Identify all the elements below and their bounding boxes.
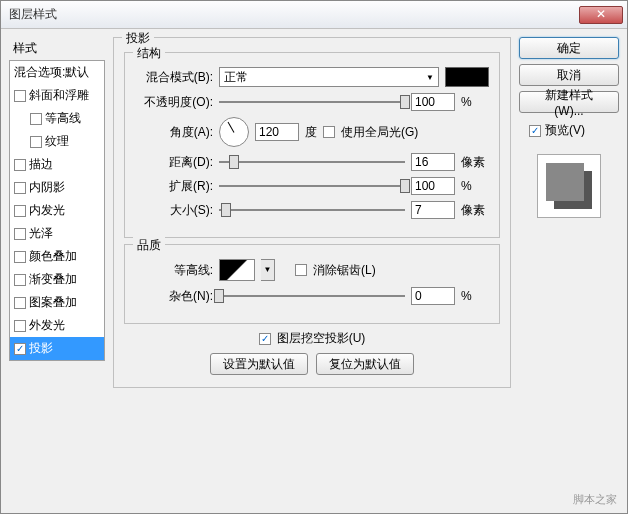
- angle-unit: 度: [305, 124, 317, 141]
- window-title: 图层样式: [9, 6, 579, 23]
- contour-dropdown-button[interactable]: ▼: [261, 259, 275, 281]
- settings-panel: 投影 结构 混合模式(B): 正常 ▼ 不透明度(O):: [113, 37, 511, 505]
- angle-input[interactable]: [255, 123, 299, 141]
- sidebar-item-label: 纹理: [45, 133, 69, 150]
- sidebar-item-label: 内发光: [29, 202, 65, 219]
- noise-unit: %: [461, 289, 489, 303]
- distance-row: 距离(D): 像素: [135, 153, 489, 171]
- sidebar-item-label: 渐变叠加: [29, 271, 77, 288]
- sidebar-item[interactable]: 投影: [10, 337, 104, 360]
- sidebar-item[interactable]: 纹理: [10, 130, 104, 153]
- sidebar-item-checkbox[interactable]: [14, 343, 26, 355]
- sidebar-item-label: 图案叠加: [29, 294, 77, 311]
- sidebar-item[interactable]: 外发光: [10, 314, 104, 337]
- sidebar-item-checkbox[interactable]: [14, 205, 26, 217]
- distance-input[interactable]: [411, 153, 455, 171]
- quality-group: 品质 等高线: ▼ 消除锯齿(L) 杂色(N): %: [124, 244, 500, 324]
- distance-slider[interactable]: [219, 154, 405, 170]
- sidebar-item[interactable]: 描边: [10, 153, 104, 176]
- reset-default-button[interactable]: 复位为默认值: [316, 353, 414, 375]
- preview-row: 预览(V): [519, 118, 619, 143]
- contour-picker[interactable]: [219, 259, 255, 281]
- size-label: 大小(S):: [135, 202, 213, 219]
- sidebar-item-checkbox[interactable]: [14, 228, 26, 240]
- sidebar-item-checkbox[interactable]: [14, 274, 26, 286]
- spread-input[interactable]: [411, 177, 455, 195]
- sidebar-item-checkbox[interactable]: [14, 251, 26, 263]
- sidebar-item[interactable]: 图案叠加: [10, 291, 104, 314]
- blend-mode-dropdown[interactable]: 正常 ▼: [219, 67, 439, 87]
- noise-slider[interactable]: [219, 288, 405, 304]
- preview-label: 预览(V): [545, 122, 585, 139]
- opacity-input[interactable]: [411, 93, 455, 111]
- preview-checkbox[interactable]: [529, 125, 541, 137]
- preview-thumbnail: [537, 154, 601, 218]
- ok-button[interactable]: 确定: [519, 37, 619, 59]
- projection-fieldset: 投影 结构 混合模式(B): 正常 ▼ 不透明度(O):: [113, 37, 511, 388]
- sidebar-item-label: 等高线: [45, 110, 81, 127]
- sidebar-header: 样式: [9, 37, 105, 60]
- sidebar-item[interactable]: 渐变叠加: [10, 268, 104, 291]
- right-column: 确定 取消 新建样式(W)... 预览(V): [519, 37, 619, 505]
- noise-input[interactable]: [411, 287, 455, 305]
- sidebar-item-checkbox[interactable]: [14, 182, 26, 194]
- sidebar-item-label: 描边: [29, 156, 53, 173]
- sidebar-blend-default[interactable]: 混合选项:默认: [10, 61, 104, 84]
- knockout-label: 图层挖空投影(U): [277, 330, 366, 347]
- sidebar-item-label: 颜色叠加: [29, 248, 77, 265]
- spread-row: 扩展(R): %: [135, 177, 489, 195]
- sidebar-item-checkbox[interactable]: [14, 297, 26, 309]
- global-light-checkbox[interactable]: [323, 126, 335, 138]
- layer-style-dialog: 图层样式 ✕ 样式 混合选项:默认 斜面和浮雕等高线纹理描边内阴影内发光光泽颜色…: [0, 0, 628, 514]
- global-light-label: 使用全局光(G): [341, 124, 418, 141]
- contour-label: 等高线:: [135, 262, 213, 279]
- size-input[interactable]: [411, 201, 455, 219]
- titlebar: 图层样式 ✕: [1, 1, 627, 29]
- knockout-checkbox[interactable]: [259, 333, 271, 345]
- distance-unit: 像素: [461, 154, 489, 171]
- spread-unit: %: [461, 179, 489, 193]
- close-button[interactable]: ✕: [579, 6, 623, 24]
- sidebar-item-checkbox[interactable]: [14, 320, 26, 332]
- sidebar-item-checkbox[interactable]: [14, 159, 26, 171]
- sidebar-item[interactable]: 斜面和浮雕: [10, 84, 104, 107]
- sidebar-item[interactable]: 内阴影: [10, 176, 104, 199]
- chevron-down-icon: ▼: [426, 73, 434, 82]
- sidebar-item[interactable]: 内发光: [10, 199, 104, 222]
- sidebar-item-label: 投影: [29, 340, 53, 357]
- angle-dial[interactable]: [219, 117, 249, 147]
- distance-label: 距离(D):: [135, 154, 213, 171]
- sidebar-item-checkbox[interactable]: [30, 113, 42, 125]
- shadow-color-swatch[interactable]: [445, 67, 489, 87]
- angle-label: 角度(A):: [135, 124, 213, 141]
- sidebar-list: 混合选项:默认 斜面和浮雕等高线纹理描边内阴影内发光光泽颜色叠加渐变叠加图案叠加…: [9, 60, 105, 361]
- spread-label: 扩展(R):: [135, 178, 213, 195]
- set-default-button[interactable]: 设置为默认值: [210, 353, 308, 375]
- sidebar-item-checkbox[interactable]: [14, 90, 26, 102]
- spread-slider[interactable]: [219, 178, 405, 194]
- opacity-slider[interactable]: [219, 94, 405, 110]
- structure-legend: 结构: [133, 45, 165, 62]
- sidebar-item-label: 外发光: [29, 317, 65, 334]
- cancel-button[interactable]: 取消: [519, 64, 619, 86]
- contour-row: 等高线: ▼ 消除锯齿(L): [135, 259, 489, 281]
- sidebar-item-label: 斜面和浮雕: [29, 87, 89, 104]
- sidebar-item[interactable]: 光泽: [10, 222, 104, 245]
- blend-mode-label: 混合模式(B):: [135, 69, 213, 86]
- angle-row: 角度(A): 度 使用全局光(G): [135, 117, 489, 147]
- new-style-button[interactable]: 新建样式(W)...: [519, 91, 619, 113]
- antialias-label: 消除锯齿(L): [313, 262, 376, 279]
- main-area: 投影 结构 混合模式(B): 正常 ▼ 不透明度(O):: [113, 37, 619, 505]
- antialias-checkbox[interactable]: [295, 264, 307, 276]
- noise-label: 杂色(N):: [135, 288, 213, 305]
- preview-layer-icon: [546, 163, 584, 201]
- sidebar-item[interactable]: 等高线: [10, 107, 104, 130]
- size-slider[interactable]: [219, 202, 405, 218]
- opacity-row: 不透明度(O): %: [135, 93, 489, 111]
- sidebar-item-checkbox[interactable]: [30, 136, 42, 148]
- sidebar-item[interactable]: 颜色叠加: [10, 245, 104, 268]
- styles-sidebar: 样式 混合选项:默认 斜面和浮雕等高线纹理描边内阴影内发光光泽颜色叠加渐变叠加图…: [9, 37, 105, 505]
- content-area: 样式 混合选项:默认 斜面和浮雕等高线纹理描边内阴影内发光光泽颜色叠加渐变叠加图…: [1, 29, 627, 513]
- opacity-unit: %: [461, 95, 489, 109]
- default-buttons-row: 设置为默认值 复位为默认值: [124, 353, 500, 375]
